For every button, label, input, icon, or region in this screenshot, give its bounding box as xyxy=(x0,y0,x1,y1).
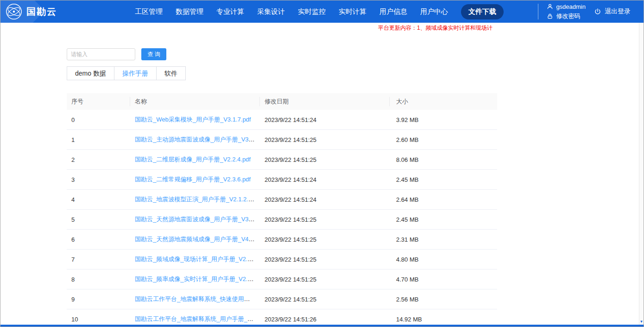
main-nav: 工区管理 数据管理 专业计算 采集设计 实时监控 实时计算 用户信息 用户中心 … xyxy=(135,4,504,19)
update-notice: 平台更新内容：1、频域成像实时计算和现场计 xyxy=(378,24,492,32)
row-index: 6 xyxy=(67,236,130,243)
file-size: 4.80 MB xyxy=(390,256,497,263)
nav-item[interactable]: 工区管理 xyxy=(135,4,163,19)
brand-name: 国勘云 xyxy=(26,6,57,18)
table-row: 1 国勘云_主动源地震面波成像_用户手册_V3.0.7.pdf 2023/9/2… xyxy=(67,130,497,150)
tab-label: 操作手册 xyxy=(122,70,148,77)
nav-item-label: 工区管理 xyxy=(135,7,163,15)
file-size: 2.60 MB xyxy=(390,136,497,143)
power-icon xyxy=(594,8,601,15)
file-link[interactable]: 国勘云_天然源地震频域成像_用户手册_V4.2.1.pdf xyxy=(135,236,260,243)
file-link[interactable]: 国勘云工作平台_地震解释系统_用户手册_V3.1.... xyxy=(135,315,260,322)
brand: 国勘云 xyxy=(0,3,57,20)
change-password-button[interactable]: 修改密码 xyxy=(547,12,586,20)
column-header-size: 大小 xyxy=(390,97,497,106)
file-date: 2023/9/22 14:51:25 xyxy=(260,216,390,223)
tab[interactable]: 操作手册 xyxy=(114,66,157,80)
nav-item-label: 用户信息 xyxy=(379,7,407,15)
file-name-cell: 国勘云工作平台_地震解释系统_用户手册_V3.1.... xyxy=(130,315,260,323)
nav-item-label: 实时计算 xyxy=(339,7,366,15)
user-icon xyxy=(547,3,553,10)
tab-label: 软件 xyxy=(164,70,177,77)
file-size: 2.56 MB xyxy=(390,296,497,303)
user-block: gsdeadmin 修改密码 xyxy=(547,3,586,20)
file-size: 14.92 MB xyxy=(390,316,497,323)
nav-item-label: 专业计算 xyxy=(216,7,244,15)
nav-item[interactable]: 数据管理 xyxy=(176,4,203,19)
row-index: 3 xyxy=(67,176,130,183)
file-link[interactable]: 国勘云_二维层析成像_用户手册_V2.2.4.pdf xyxy=(135,156,251,163)
table-row: 0 国勘云_Web采集模块_用户手册_V3.1.7.pdf 2023/9/22 … xyxy=(67,110,497,130)
tab[interactable]: demo 数据 xyxy=(67,66,114,80)
file-link[interactable]: 国勘云_频率成像_实时计算_用户手册_V2.1.3.pdf xyxy=(135,276,260,282)
row-index: 5 xyxy=(67,216,130,223)
file-name-cell: 国勘云工作平台_地震解释系统_快速使用手册_V... xyxy=(130,295,260,303)
header-divider xyxy=(538,4,538,19)
nav-item[interactable]: 文件下载 xyxy=(461,4,504,19)
file-date: 2023/9/22 14:51:24 xyxy=(260,196,390,203)
vertical-scrollbar[interactable]: ▼ xyxy=(639,23,644,325)
file-table: 序号 名称 修改日期 大小 0 国勘云_Web采集模块_用户手册_V3.1.7.… xyxy=(67,93,497,327)
nav-item[interactable]: 用户信息 xyxy=(379,4,407,19)
file-name-cell: 国勘云_天然源地震频域成像_用户手册_V4.2.1.pdf xyxy=(130,235,260,244)
file-date: 2023/9/22 14:51:25 xyxy=(260,256,390,263)
nav-item[interactable]: 实时监控 xyxy=(298,4,326,19)
user-menu[interactable]: gsdeadmin xyxy=(547,3,586,10)
file-link[interactable]: 国勘云_二维常规偏移_用户手册_V2.3.6.pdf xyxy=(135,176,251,183)
file-link[interactable]: 国勘云工作平台_地震解释系统_快速使用手册_V... xyxy=(135,295,260,302)
table-row: 8 国勘云_频率成像_实时计算_用户手册_V2.1.3.pdf 2023/9/2… xyxy=(67,269,497,289)
file-link[interactable]: 国勘云_频域成像_现场计算_用户手册_V2.1.1.pdf xyxy=(135,256,260,263)
nav-item-label: 采集设计 xyxy=(257,7,285,15)
file-name-cell: 国勘云_Web采集模块_用户手册_V3.1.7.pdf xyxy=(130,115,260,124)
nav-item-label: 实时监控 xyxy=(298,7,326,15)
file-date: 2023/9/22 14:51:24 xyxy=(260,176,390,183)
file-size: 2.31 MB xyxy=(390,236,497,243)
search-input[interactable] xyxy=(67,48,135,60)
change-password-label: 修改密码 xyxy=(556,12,580,20)
app-window: 国勘云 工区管理 数据管理 专业计算 采集设计 实时监控 实时计算 用户信息 用… xyxy=(0,0,644,327)
file-name-cell: 国勘云_二维层析成像_用户手册_V2.2.4.pdf xyxy=(130,155,260,164)
row-index: 4 xyxy=(67,196,130,203)
nav-item-label: 文件下载 xyxy=(468,7,496,15)
nav-item[interactable]: 实时计算 xyxy=(339,4,366,19)
table-row: 4 国勘云_地震波模型正演_用户手册_V2.1.2.pdf 2023/9/22 … xyxy=(67,190,497,210)
logout-button[interactable]: 退出登录 xyxy=(594,7,631,16)
tab[interactable]: 软件 xyxy=(156,66,186,80)
file-link[interactable]: 国勘云_Web采集模块_用户手册_V3.1.7.pdf xyxy=(135,116,251,123)
tab-bar: demo 数据 操作手册 软件 xyxy=(67,66,644,80)
nav-item-label: 用户中心 xyxy=(420,7,448,15)
table-row: 9 国勘云工作平台_地震解释系统_快速使用手册_V... 2023/9/22 1… xyxy=(67,289,497,309)
search-row: 查 询 xyxy=(67,48,644,60)
row-index: 10 xyxy=(67,316,130,323)
nav-item[interactable]: 用户中心 xyxy=(420,4,448,19)
file-date: 2023/9/22 14:51:25 xyxy=(260,276,390,283)
file-date: 2023/9/22 14:51:25 xyxy=(260,296,390,303)
header-right: gsdeadmin 修改密码 退出登录 xyxy=(538,3,644,20)
row-index: 1 xyxy=(67,136,130,143)
tab-label: demo 数据 xyxy=(75,70,106,77)
row-index: 7 xyxy=(67,256,130,263)
table-body: 0 国勘云_Web采集模块_用户手册_V3.1.7.pdf 2023/9/22 … xyxy=(67,110,497,327)
bottom-scrollbar[interactable] xyxy=(0,325,644,327)
main-content: 查 询 demo 数据 操作手册 软件 序号 名称 修改日期 大小 0 国勘云_… xyxy=(0,23,644,327)
search-button[interactable]: 查 询 xyxy=(141,48,166,60)
nav-item[interactable]: 采集设计 xyxy=(257,4,285,19)
file-date: 2023/9/22 14:51:25 xyxy=(260,236,390,243)
file-link[interactable]: 国勘云_地震波模型正演_用户手册_V2.1.2.pdf xyxy=(135,196,257,203)
table-row: 6 国勘云_天然源地震频域成像_用户手册_V4.2.1.pdf 2023/9/2… xyxy=(67,230,497,250)
username: gsdeadmin xyxy=(556,3,586,10)
file-link[interactable]: 国勘云_主动源地震面波成像_用户手册_V3.0.7.pdf xyxy=(135,136,260,143)
logo-icon xyxy=(5,3,23,20)
file-link[interactable]: 国勘云_天然源地震面波成像_用户手册_V3.0.7.pdf xyxy=(135,216,260,223)
file-size: 2.45 MB xyxy=(390,176,497,183)
nav-item[interactable]: 专业计算 xyxy=(216,4,244,19)
file-size: 2.45 MB xyxy=(390,216,497,223)
row-index: 8 xyxy=(67,276,130,283)
file-date: 2023/9/22 14:51:26 xyxy=(260,316,390,323)
column-header-date: 修改日期 xyxy=(260,97,390,106)
scroll-down-icon[interactable]: ▼ xyxy=(639,320,644,324)
file-date: 2023/9/22 14:51:25 xyxy=(260,156,390,163)
file-date: 2023/9/22 14:51:24 xyxy=(260,116,390,123)
row-index: 0 xyxy=(67,116,130,123)
file-size: 4.70 MB xyxy=(390,276,497,283)
